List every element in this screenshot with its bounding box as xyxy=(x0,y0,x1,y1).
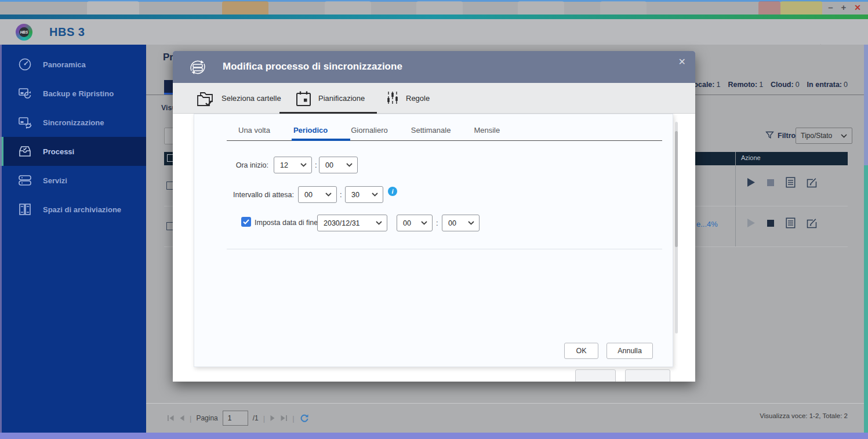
subtab-periodico[interactable]: Periodico xyxy=(293,126,328,135)
start-minute-select[interactable]: 00 xyxy=(319,157,358,173)
stat-label: Cloud: xyxy=(771,81,794,89)
end-hour-select[interactable]: 00 xyxy=(397,215,433,231)
close-window-icon[interactable]: ✕ xyxy=(854,2,861,13)
end-date-value: 2030/12/31 xyxy=(324,219,360,227)
sliders-icon xyxy=(386,90,399,107)
ok-button[interactable]: OK xyxy=(564,343,598,359)
job-status-text: e...4% xyxy=(696,220,718,228)
stop-icon[interactable] xyxy=(767,179,775,187)
dialog-body: Una volta Periodico Giornaliero Settiman… xyxy=(173,114,695,382)
cancel-button[interactable]: Annulla xyxy=(606,343,653,359)
log-icon[interactable] xyxy=(786,217,796,228)
dialog-header: Modifica processo di sincronizzazione ✕ xyxy=(173,51,695,83)
end-minute-select[interactable]: 00 xyxy=(442,215,480,231)
page-number-input[interactable] xyxy=(223,411,248,426)
sidebar-item-label: Servizi xyxy=(43,176,67,185)
table-row-actions xyxy=(747,217,817,228)
pagination-summary: Visualizza voce: 1-2, Totale: 2 xyxy=(760,412,848,419)
start-hour-value: 12 xyxy=(280,161,288,169)
dialog-close-icon[interactable]: ✕ xyxy=(678,56,686,67)
prev-page-icon[interactable] xyxy=(179,415,185,422)
taskbar-tab[interactable] xyxy=(325,1,371,14)
taskbar-tab[interactable] xyxy=(780,1,822,14)
sidebar-item-label: Processi xyxy=(43,147,74,156)
end-hour-value: 00 xyxy=(403,219,411,227)
interval-label: Intervallo di attesa: xyxy=(210,191,294,199)
filter-dropdown[interactable]: Tipo/Stato xyxy=(796,128,852,144)
window-bottom-edge xyxy=(0,433,868,439)
hidden-dialog-button[interactable] xyxy=(625,369,670,382)
interval-minute-select[interactable]: 30 xyxy=(345,186,383,203)
app-header: HBS HBS 3 xyxy=(0,19,868,45)
start-hour-select[interactable]: 12 xyxy=(274,157,312,173)
interval-hour-select[interactable]: 00 xyxy=(298,186,337,203)
chevron-down-icon xyxy=(468,221,474,225)
sidebar-item-servizi[interactable]: Servizi xyxy=(0,166,146,195)
play-icon[interactable] xyxy=(747,218,756,228)
dialog-tabbar: Seleziona cartelle Pianificazione Regole xyxy=(173,83,695,114)
edit-icon[interactable] xyxy=(807,218,817,228)
sidebar-item-processi[interactable]: Processi xyxy=(0,137,146,166)
sidebar-item-sincronizzazione[interactable]: Sincronizzazione xyxy=(0,108,146,137)
panel-scrollbar[interactable] xyxy=(675,122,678,333)
stop-icon[interactable] xyxy=(767,219,775,227)
taskbar-tab[interactable] xyxy=(758,1,780,14)
action-column-header: Azione xyxy=(741,154,761,161)
start-time-label: Ora inizio: xyxy=(210,161,268,169)
tab-seleziona-cartelle[interactable]: Seleziona cartelle xyxy=(196,83,281,114)
stat-label: In entrata: xyxy=(807,81,842,89)
subtab-settimanale[interactable]: Settimanale xyxy=(411,126,451,135)
subtab-una-volta[interactable]: Una volta xyxy=(238,126,270,135)
services-icon xyxy=(17,173,32,188)
end-date-select[interactable]: 2030/12/31 xyxy=(317,215,387,231)
refresh-icon[interactable] xyxy=(299,413,309,423)
tab-regole[interactable]: Regole xyxy=(386,83,430,114)
log-icon[interactable] xyxy=(786,177,796,188)
scrollbar-thumb[interactable] xyxy=(675,131,678,247)
interval-hour-value: 00 xyxy=(304,191,313,199)
stat-value: 1 xyxy=(716,81,720,89)
taskbar-tab[interactable] xyxy=(600,1,647,14)
table-row-actions xyxy=(747,177,817,188)
tab-label: Seleziona cartelle xyxy=(221,94,281,103)
active-subtab-indicator xyxy=(292,139,350,141)
app-title: HBS 3 xyxy=(49,26,85,39)
colon: : xyxy=(315,161,317,169)
taskbar-tab[interactable] xyxy=(416,1,463,14)
total-pages: /1 xyxy=(253,414,259,422)
window-right-edge xyxy=(864,165,868,433)
taskbar-tab[interactable] xyxy=(222,1,268,14)
sidebar-item-panoramica[interactable]: Panoramica xyxy=(0,50,146,79)
last-page-icon[interactable] xyxy=(280,415,288,422)
chevron-down-icon xyxy=(372,193,378,197)
taskbar-tab[interactable] xyxy=(518,1,564,14)
sidebar-item-backup-ripristino[interactable]: Backup e Ripristino xyxy=(0,79,146,108)
sidebar-item-label: Panoramica xyxy=(43,60,86,69)
subtab-giornaliero[interactable]: Giornaliero xyxy=(351,126,388,135)
window-right-edge xyxy=(864,45,868,165)
play-icon[interactable] xyxy=(747,177,756,187)
first-page-icon[interactable] xyxy=(167,415,175,422)
hidden-dialog-button[interactable] xyxy=(575,369,616,382)
end-date-checkbox[interactable] xyxy=(241,217,251,227)
end-minute-value: 00 xyxy=(448,219,456,227)
minimize-icon[interactable]: – xyxy=(828,2,833,13)
tab-pianificazione[interactable]: Pianificazione xyxy=(296,83,365,114)
info-icon[interactable]: i xyxy=(388,187,397,196)
calendar-icon xyxy=(296,90,311,107)
taskbar-tab[interactable] xyxy=(87,1,139,14)
folder-check-icon xyxy=(196,90,215,107)
maximize-icon[interactable]: + xyxy=(841,2,847,13)
chevron-down-icon xyxy=(376,221,382,225)
next-page-icon[interactable] xyxy=(270,415,275,422)
edit-icon[interactable] xyxy=(807,177,817,188)
sidebar-item-spazi[interactable]: Spazi di archiviazione xyxy=(0,195,146,224)
column-separator xyxy=(735,152,736,246)
stat-label: Remoto: xyxy=(728,81,757,89)
chevron-down-icon xyxy=(841,134,847,138)
subtab-mensile[interactable]: Mensile xyxy=(474,126,500,135)
hbs-logo: HBS xyxy=(16,24,32,41)
page-label: Pagina xyxy=(196,414,217,422)
tab-label: Regole xyxy=(406,94,430,103)
funnel-icon xyxy=(765,131,774,140)
